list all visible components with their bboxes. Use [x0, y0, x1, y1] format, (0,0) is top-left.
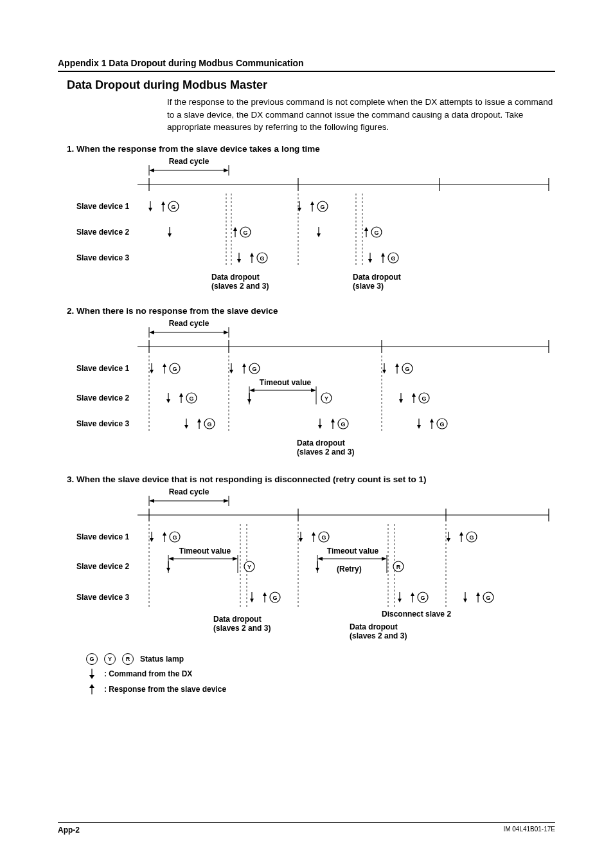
svg-text:Data dropout: Data dropout: [213, 615, 262, 624]
lamp-y-icon: Y: [104, 653, 116, 665]
lamp-r-icon: R: [122, 653, 134, 665]
legend-resp: : Response from the slave device: [104, 685, 226, 694]
svg-marker-66: [382, 557, 387, 561]
svg-text:(slaves 2 and 3): (slaves 2 and 3): [213, 624, 271, 633]
svg-text:Slave device 2: Slave device 2: [76, 393, 129, 402]
dd-label-1a: Data dropout: [211, 273, 260, 282]
svg-marker-40: [149, 499, 154, 503]
case2-title: 2. When there is no response from the sl…: [67, 306, 555, 316]
legend: G Y R Status lamp : Command from the DX …: [86, 653, 555, 696]
svg-text:Slave device 3: Slave device 3: [76, 593, 129, 602]
svg-text:Slave device 1: Slave device 1: [76, 364, 129, 373]
retry-label: (Retry): [337, 565, 362, 574]
case1-title: 1. When the response from the slave devi…: [67, 144, 555, 154]
read-cycle-label: Read cycle: [169, 319, 209, 328]
diagram-2: Read cycle Slave device 1 Slave device 2…: [67, 318, 555, 468]
row-slave1: Slave device 1: [76, 202, 129, 211]
svg-text:Timeout value: Timeout value: [179, 547, 231, 556]
row-slave3: Slave device 3: [76, 253, 129, 262]
timeout-label: Timeout value: [260, 378, 312, 387]
svg-marker-77: [89, 684, 94, 688]
svg-marker-21: [224, 330, 229, 334]
intro-paragraph: If the response to the previous command …: [167, 96, 555, 134]
svg-marker-75: [89, 675, 94, 679]
disconnect-label: Disconnect slave 2: [382, 610, 451, 619]
doc-id: IM 04L41B01-17E: [503, 826, 555, 835]
page-number: App-2: [58, 826, 80, 835]
svg-marker-9: [224, 168, 229, 172]
dd-label-1b: Data dropout: [353, 273, 401, 282]
svg-marker-65: [317, 557, 323, 561]
svg-marker-32: [249, 388, 254, 392]
svg-text:Slave device 1: Slave device 1: [76, 532, 129, 541]
svg-text:Timeout value: Timeout value: [327, 547, 379, 556]
lamp-g-icon: G: [86, 653, 98, 665]
svg-marker-20: [149, 330, 154, 334]
svg-text:(slaves 2 and 3): (slaves 2 and 3): [297, 448, 354, 457]
diagram-3: Read cycle Slave device 1 Slave device 2…: [67, 487, 555, 649]
svg-text:(slave 3): (slave 3): [353, 282, 384, 291]
svg-text:Slave device 3: Slave device 3: [76, 419, 129, 428]
svg-marker-33: [311, 388, 316, 392]
up-arrow-icon: [86, 683, 98, 696]
r-icon: R: [396, 563, 401, 570]
appendix-title: Appendix 1 Data Dropout during Modbus Co…: [58, 58, 555, 71]
y-icon: Y: [324, 395, 328, 401]
svg-marker-8: [149, 168, 154, 172]
dd-label-2: Data dropout: [297, 439, 345, 448]
svg-text:Read cycle: Read cycle: [169, 487, 209, 496]
svg-marker-41: [224, 499, 229, 503]
svg-text:Slave device 2: Slave device 2: [76, 562, 129, 571]
section-title: Data Dropout during Modbus Master: [67, 78, 555, 92]
svg-marker-57: [168, 557, 173, 561]
read-cycle-label: Read cycle: [169, 157, 209, 166]
page: Appendix 1 Data Dropout during Modbus Co…: [0, 0, 613, 868]
svg-text:Data dropout: Data dropout: [350, 622, 398, 631]
legend-cmd: : Command from the DX: [104, 669, 192, 678]
case3-title: 3. When the slave device that is not res…: [67, 475, 555, 484]
footer: App-2 IM 04L41B01-17E: [58, 822, 555, 835]
row-slave2: Slave device 2: [76, 228, 129, 237]
svg-text:(slaves 2 and 3): (slaves 2 and 3): [350, 631, 407, 640]
legend-status: Status lamp: [140, 655, 184, 664]
header-rule: Appendix 1 Data Dropout during Modbus Co…: [58, 58, 555, 72]
svg-text:(slaves 2 and 3): (slaves 2 and 3): [211, 282, 269, 291]
svg-marker-58: [233, 557, 238, 561]
svg-text:Y: Y: [247, 563, 251, 570]
diagram-1: G Read cycle Slave device 1 Slave device: [67, 156, 555, 300]
down-arrow-icon: [86, 667, 98, 680]
